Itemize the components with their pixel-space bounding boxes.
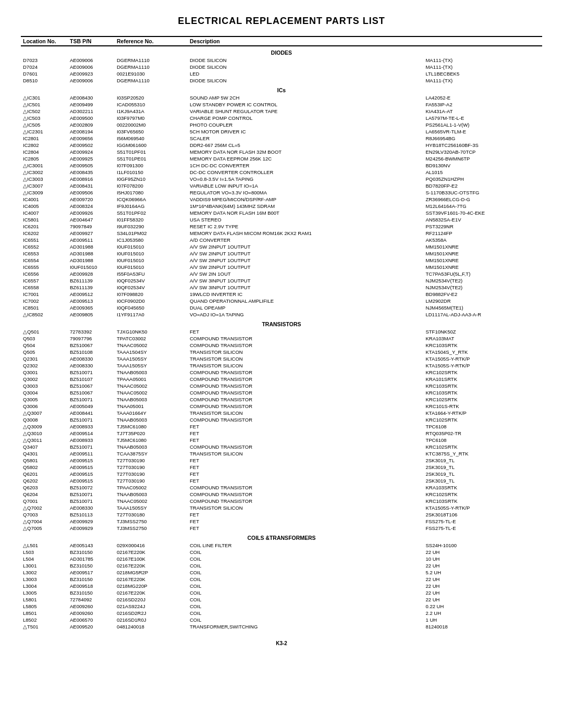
cell-tsb: AE009720 xyxy=(68,196,115,203)
cell-location: △IC501 xyxy=(21,101,68,108)
cell-description: COIL xyxy=(188,549,423,556)
cell-part-number: KRC102SRTK xyxy=(423,369,542,376)
cell-tsb: AE008435 xyxy=(68,169,115,176)
cell-description: TRANSISTOR SILICON xyxy=(188,450,423,457)
cell-reference: I07F098820 xyxy=(115,291,188,298)
cell-reference: 029X000416 xyxy=(115,542,188,549)
cell-description: A/V SW 2INPUT 1OUTPUT xyxy=(188,257,423,264)
cell-description: SOUND AMP 5W 2CH xyxy=(188,94,423,101)
cell-location: L8502 xyxy=(21,616,68,623)
cell-reference: 0218MG220P xyxy=(115,583,188,589)
cell-tsb: AE009502 xyxy=(68,142,115,149)
cell-reference: I0QF045650 xyxy=(115,304,188,311)
cell-reference: ICQK06966A xyxy=(115,196,188,203)
cell-description: CHARGE POMP CONTROL xyxy=(188,115,423,121)
cell-description: 5CH MOTOR DRIVER IC xyxy=(188,128,423,135)
table-row: △IC3003AE008916I0GF95ZN10VO=0.8-3.5V I=1… xyxy=(21,176,542,182)
cell-part-number: 0.22 UH xyxy=(423,603,542,610)
cell-reference: TJ3MSS2750 xyxy=(115,518,188,525)
cell-reference: IGGM061600 xyxy=(115,142,188,149)
table-row: IC4005AE008324IF9J0164AG1M*16*4BANK(64M)… xyxy=(21,203,542,209)
cell-reference: I56M069540 xyxy=(115,135,188,142)
cell-description: COMPOUND TRANSISTOR xyxy=(188,382,423,389)
cell-part-number: LA6565VR-TLM-E xyxy=(423,128,542,135)
table-row: IC6202AE009927S34L01PM02MEMORY DATA FLAS… xyxy=(21,230,542,237)
cell-tsb: BZ310150 xyxy=(68,549,115,556)
cell-reference: I0UF015010 xyxy=(115,264,188,270)
section-header-transistors: TRANSISTORS xyxy=(21,318,542,328)
cell-reference: TJXG10NK50 xyxy=(115,328,188,335)
cell-part-number: FA553IP-A2 xyxy=(423,101,542,108)
table-row: IC5801AE004647I01FF58320USA STEREOAN5832… xyxy=(21,216,542,223)
cell-description: TRANSISTOR SILICON xyxy=(188,355,423,362)
table-row: Q6204BZ510071TNAAB05003COMPOUND TRANSIST… xyxy=(21,491,542,498)
table-row: △IC3001AE009505I07F0913001CH DC-DC CONVE… xyxy=(21,162,542,169)
cell-tsb: AE006570 xyxy=(68,616,115,623)
cell-description: COMPOUND TRANSISTOR xyxy=(188,335,423,342)
cell-part-number: SST39VF1601-70-4C-EKE xyxy=(423,209,542,216)
cell-part-number: AL1015 xyxy=(423,169,542,176)
table-row: Q3004BZ510067TNAAC05002COMPOUND TRANSIST… xyxy=(21,389,542,396)
cell-tsb: AE008324 xyxy=(68,203,115,209)
cell-part-number: RF21124FP xyxy=(423,230,542,237)
table-row: D7024AE009006DGERMA1110DIODE SILICONMA11… xyxy=(21,64,542,70)
cell-part-number: LD1117AL-ADJ-AA3-A-R xyxy=(423,311,542,318)
cell-part-number: NJM4565M(TE1) xyxy=(423,304,542,311)
cell-location: L3004 xyxy=(21,583,68,589)
table-row: △IC3007AE008431I07F078200VARIABLE LOW IN… xyxy=(21,182,542,189)
cell-tsb: AE009656 xyxy=(68,135,115,142)
cell-location: Q6204 xyxy=(21,491,68,498)
cell-description: A/V SW 2INPUT 1OUTPUT xyxy=(188,250,423,257)
cell-tsb: AD301785 xyxy=(68,556,115,562)
cell-location: IC5801 xyxy=(21,216,68,223)
cell-tsb: AE009925 xyxy=(68,155,115,162)
cell-location: IC2801 xyxy=(21,135,68,142)
header-reference: Reference No. xyxy=(115,36,188,46)
table-row: D7601AE0099230021E91030LEDLTL1BECBEK5 xyxy=(21,70,542,77)
cell-reference: TAAA1505SY xyxy=(115,362,188,369)
cell-reference: TNAAB05003 xyxy=(115,491,188,498)
table-row: IC6557BZ611139I0QF02534VA/V SW 3INPUT 1O… xyxy=(21,277,542,284)
cell-part-number: PST3229NR xyxy=(423,223,542,230)
cell-reference: IC1J053580 xyxy=(115,237,188,243)
cell-description: PHOTO COUPLER xyxy=(188,121,423,128)
cell-part-number: TPC6108 xyxy=(423,437,542,443)
cell-location: △T501 xyxy=(21,623,68,630)
cell-reference: I1KJ9A431A xyxy=(115,108,188,115)
cell-location: Q4301 xyxy=(21,450,68,457)
cell-part-number: 22 UH xyxy=(423,589,542,596)
cell-location: IC4007 xyxy=(21,209,68,216)
cell-tsb: AD301988 xyxy=(68,257,115,264)
cell-reference: IF9J0164AG xyxy=(115,203,188,209)
cell-description: FET xyxy=(188,437,423,443)
cell-location: Q3002 xyxy=(21,376,68,382)
table-row: IC6556AE009928I55F0A53FUA/V SW 2IN 1OUTT… xyxy=(21,270,542,277)
page-title: ELECTRICAL REPLACEMENT PARTS LIST xyxy=(21,16,542,27)
cell-description: COMPOUND TRANSISTOR xyxy=(188,376,423,382)
cell-part-number: 22 UH xyxy=(423,576,542,583)
cell-part-number: MM1501XNRE xyxy=(423,257,542,264)
cell-location: Q7001 xyxy=(21,498,68,504)
cell-location: IC6553 xyxy=(21,250,68,257)
cell-part-number: KTA1505S-Y-RTK/P xyxy=(423,362,542,369)
cell-reference: I0UF015010 xyxy=(115,243,188,250)
cell-tsb: AE009926 xyxy=(68,209,115,216)
cell-description: FET xyxy=(188,457,423,464)
cell-part-number: KRC102SRTK xyxy=(423,396,542,403)
cell-description: A/V SW 2INPUT 1OUTPUT xyxy=(188,243,423,250)
cell-description: DIODE SILICON xyxy=(188,57,423,64)
cell-description: 1CH DC-DC CONVERTER xyxy=(188,162,423,169)
table-row: Q3001BZ510071TNAAB05003COMPOUND TRANSIST… xyxy=(21,369,542,376)
cell-location: Q504 xyxy=(21,342,68,349)
cell-tsb: AE009514 xyxy=(68,430,115,437)
cell-reference: DGERMA1110 xyxy=(115,77,188,84)
cell-part-number: TPC6108 xyxy=(423,423,542,430)
cell-part-number: 10 UH xyxy=(423,556,542,562)
table-row: IC6558BZ611139I0QF02534VA/V SW 3INPUT 1O… xyxy=(21,284,542,291)
cell-reference: I0GF95ZN10 xyxy=(115,176,188,182)
cell-part-number: LM2902DR xyxy=(423,298,542,304)
cell-tsb: AE009512 xyxy=(68,291,115,298)
table-row: △IC8502AE009805I1YF9117A0VO=ADJ IO=1A TA… xyxy=(21,311,542,318)
table-row: Q50379097796TPATC03002COMPOUND TRANSISTO… xyxy=(21,335,542,342)
cell-description: FET xyxy=(188,511,423,518)
